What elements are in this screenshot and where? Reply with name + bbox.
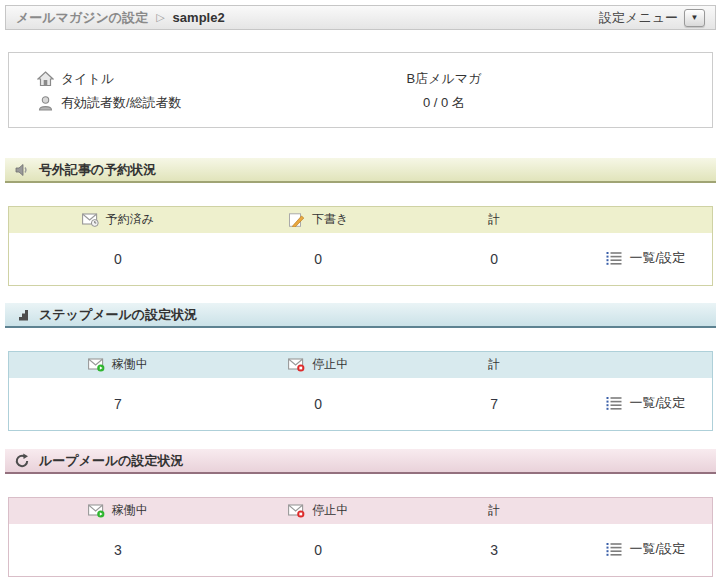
column-header-label: 計 bbox=[488, 212, 500, 226]
table-header-row: 稼働中 停止中 計 bbox=[9, 352, 713, 378]
mail-active-icon bbox=[88, 504, 105, 518]
section-loop-mail: ループメールの設定状況 稼働中 bbox=[5, 449, 716, 577]
column-header-label: 予約済み bbox=[106, 211, 154, 228]
mail-stopped-icon bbox=[288, 504, 305, 518]
active-count: 3 bbox=[9, 524, 227, 577]
step-mail-list-settings-link[interactable]: 一覧/設定 bbox=[606, 394, 686, 412]
summary-readers-row: 有効読者数/総読者数 0 / 0 名 bbox=[37, 91, 712, 115]
title-value: B店メルマガ bbox=[354, 70, 534, 88]
table-header-row: 稼働中 停止中 計 bbox=[9, 498, 713, 524]
table-row: 7 0 7 一覧/設定 bbox=[9, 378, 713, 431]
draft-count: 0 bbox=[227, 233, 410, 286]
column-header-label: 稼働中 bbox=[112, 502, 148, 519]
total-count: 7 bbox=[410, 378, 579, 431]
home-icon bbox=[37, 71, 54, 87]
steps-icon bbox=[14, 307, 30, 323]
section-title: 号外記事の予約状況 bbox=[39, 161, 156, 179]
pencil-draft-icon bbox=[288, 213, 305, 227]
section-extra-articles: 号外記事の予約状況 予約済み bbox=[5, 158, 716, 286]
settings-menu-label: 設定メニュー bbox=[599, 9, 678, 27]
total-count: 0 bbox=[410, 233, 579, 286]
readers-label: 有効読者数/総読者数 bbox=[61, 94, 354, 112]
column-header-empty bbox=[579, 207, 713, 233]
title-label: タイトル bbox=[61, 70, 354, 88]
loop-mail-status-table: 稼働中 停止中 計 3 0 bbox=[8, 497, 713, 577]
readers-value: 0 / 0 名 bbox=[354, 94, 534, 112]
active-count: 7 bbox=[9, 378, 227, 431]
magazine-summary-panel: タイトル B店メルマガ 有効読者数/総読者数 0 / 0 名 bbox=[8, 52, 713, 128]
summary-title-row: タイトル B店メルマガ bbox=[37, 67, 712, 91]
list-icon bbox=[606, 396, 622, 410]
settings-menu-dropdown-button[interactable]: ▼ bbox=[684, 9, 705, 27]
list-icon bbox=[606, 251, 622, 265]
table-header-row: 予約済み 下書き 計 bbox=[9, 207, 713, 233]
column-header-label: 停止中 bbox=[312, 502, 348, 519]
chevron-down-icon: ▼ bbox=[691, 13, 699, 22]
mail-active-icon bbox=[88, 358, 105, 372]
list-settings-label: 一覧/設定 bbox=[630, 394, 686, 412]
stopped-count: 0 bbox=[227, 378, 410, 431]
column-header-empty bbox=[579, 498, 713, 524]
extra-articles-status-table: 予約済み 下書き 計 0 0 0 bbox=[8, 206, 713, 286]
section-step-mail: ステップメールの設定状況 稼働中 bbox=[5, 303, 716, 431]
list-icon bbox=[606, 542, 622, 556]
list-settings-label: 一覧/設定 bbox=[630, 249, 686, 267]
loop-mail-list-settings-link[interactable]: 一覧/設定 bbox=[606, 540, 686, 558]
column-header-label: 停止中 bbox=[312, 356, 348, 373]
list-settings-label: 一覧/設定 bbox=[630, 540, 686, 558]
loop-icon bbox=[14, 453, 30, 469]
reserved-count: 0 bbox=[9, 233, 227, 286]
extra-articles-list-settings-link[interactable]: 一覧/設定 bbox=[606, 249, 686, 267]
breadcrumb-parent-link[interactable]: メールマガジンの設定 bbox=[16, 9, 148, 27]
column-header-empty bbox=[579, 352, 713, 378]
table-row: 0 0 0 一覧/設定 bbox=[9, 233, 713, 286]
page: メールマガジンの設定 ▷ sample2 設定メニュー ▼ タイトル B店メルマ… bbox=[0, 0, 721, 579]
section-title: ステップメールの設定状況 bbox=[39, 306, 197, 324]
breadcrumb: メールマガジンの設定 ▷ sample2 設定メニュー ▼ bbox=[5, 5, 716, 30]
breadcrumb-separator-icon: ▷ bbox=[156, 11, 164, 24]
stopped-count: 0 bbox=[227, 524, 410, 577]
speaker-icon bbox=[14, 162, 30, 178]
section-loop-mail-header: ループメールの設定状況 bbox=[5, 449, 716, 474]
section-extra-articles-header: 号外記事の予約状況 bbox=[5, 158, 716, 183]
mail-stopped-icon bbox=[288, 358, 305, 372]
mail-scheduled-icon bbox=[82, 213, 99, 227]
section-title: ループメールの設定状況 bbox=[39, 452, 184, 470]
column-header-label: 計 bbox=[488, 503, 500, 517]
step-mail-status-table: 稼働中 停止中 計 7 0 bbox=[8, 351, 713, 431]
section-step-mail-header: ステップメールの設定状況 bbox=[5, 303, 716, 328]
breadcrumb-current: sample2 bbox=[173, 10, 225, 25]
column-header-label: 稼働中 bbox=[112, 356, 148, 373]
column-header-label: 下書き bbox=[312, 211, 348, 228]
column-header-label: 計 bbox=[488, 357, 500, 371]
table-row: 3 0 3 一覧/設定 bbox=[9, 524, 713, 577]
person-icon bbox=[37, 95, 54, 111]
total-count: 3 bbox=[410, 524, 579, 577]
